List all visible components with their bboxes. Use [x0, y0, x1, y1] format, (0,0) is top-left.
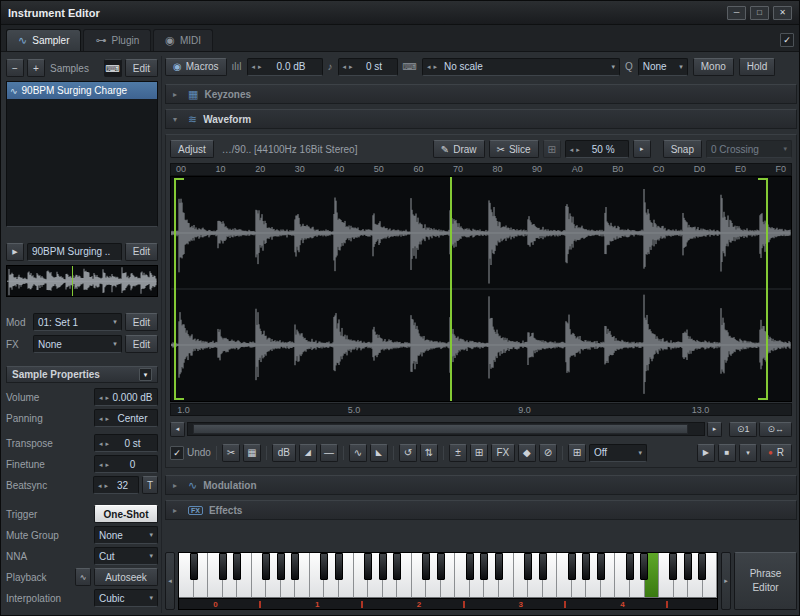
piano-key-black[interactable]: [190, 553, 198, 580]
modulation-section-header[interactable]: ▸ ∿ Modulation: [165, 475, 797, 495]
mono-button[interactable]: Mono: [693, 58, 734, 76]
undo-checkbox[interactable]: ✓: [170, 446, 184, 460]
play-options-dropdown[interactable]: ▾: [739, 444, 757, 462]
close-button[interactable]: ✕: [773, 6, 792, 20]
monitor-button[interactable]: ◆: [518, 444, 536, 462]
sample-preview[interactable]: [6, 265, 158, 298]
autoseek-button[interactable]: Autoseek: [94, 568, 158, 586]
keyzone-view-button[interactable]: ⌨: [104, 59, 122, 77]
fx-edit-button[interactable]: Edit: [125, 335, 158, 353]
piano-key-black[interactable]: [262, 553, 270, 580]
grid-button[interactable]: ⊞: [470, 444, 488, 462]
dc-offset-button[interactable]: —: [320, 444, 338, 462]
trigger-one-shot-button[interactable]: One-Shot: [94, 505, 158, 523]
effects-section-header[interactable]: ▸ FX Effects: [165, 500, 797, 520]
piano-key-black[interactable]: [320, 553, 328, 580]
increment-icon[interactable]: ▸: [258, 63, 262, 70]
piano-key-black[interactable]: [219, 553, 227, 580]
snap-mode-dropdown[interactable]: 0 Crossing ▾: [706, 140, 792, 158]
increment-icon[interactable]: ▸: [106, 394, 110, 401]
waveform-scrollbar[interactable]: [187, 422, 705, 436]
piano-key-black[interactable]: [568, 553, 576, 580]
remove-sample-button[interactable]: −: [6, 59, 24, 77]
decrement-icon[interactable]: ◂: [252, 63, 256, 70]
waveform-display[interactable]: [170, 176, 792, 402]
mute-button[interactable]: ⊘: [539, 444, 557, 462]
adjust-offset-button[interactable]: ±: [449, 444, 467, 462]
fx-chain-dropdown[interactable]: None ▾: [33, 335, 122, 353]
decrement-icon[interactable]: ◂: [570, 146, 574, 153]
piano-key-black[interactable]: [539, 553, 547, 580]
increment-icon[interactable]: ▸: [106, 461, 110, 468]
play-sample-button[interactable]: ▶: [697, 444, 715, 462]
decrement-icon[interactable]: ◂: [98, 482, 102, 489]
piano-key-black[interactable]: [379, 553, 387, 580]
copy-button[interactable]: ▦: [243, 444, 261, 462]
instrument-volume-stepper[interactable]: ◂ ▸ 0.0 dB: [247, 58, 323, 76]
phase-invert-button[interactable]: ∿: [349, 444, 367, 462]
decrement-icon[interactable]: ◂: [99, 440, 103, 447]
keyboard-scroll-left-button[interactable]: ◂: [165, 552, 175, 610]
hex-position-ruler[interactable]: 00 10 20 30 40 50 60 70 80 90 A0 B0 C0 D…: [170, 163, 792, 176]
piano-key-black[interactable]: [626, 553, 634, 580]
piano-key-black[interactable]: [437, 553, 445, 580]
piano-key-black[interactable]: [233, 553, 241, 580]
draw-button[interactable]: ✎ Draw: [433, 140, 485, 158]
decrement-icon[interactable]: ◂: [99, 394, 103, 401]
sample-edit-button[interactable]: Edit: [125, 243, 158, 261]
zoom-one-to-one-button[interactable]: ⊙1: [729, 422, 758, 437]
tab-sampler[interactable]: ∿ Sampler: [6, 29, 81, 51]
piano-key-black[interactable]: [640, 553, 648, 580]
gain-button[interactable]: dB: [272, 444, 296, 462]
increment-icon[interactable]: ▸: [106, 440, 110, 447]
hold-button[interactable]: Hold: [739, 58, 776, 76]
decrement-icon[interactable]: ◂: [99, 461, 103, 468]
swap-channels-button[interactable]: ⇅: [420, 444, 438, 462]
piano-key-black[interactable]: [335, 553, 343, 580]
decrement-icon[interactable]: ◂: [99, 415, 103, 422]
loop-mode-button[interactable]: ⊞: [568, 444, 586, 462]
piano-key-black[interactable]: [684, 553, 692, 580]
selection-start-marker[interactable]: [174, 178, 176, 400]
piano-key-black[interactable]: [422, 553, 430, 580]
piano-key-black[interactable]: [277, 553, 285, 580]
sample-list-item[interactable]: ∿ 90BPM Surging Charge: [7, 82, 157, 99]
piano-key-black[interactable]: [480, 553, 488, 580]
piano-key-black[interactable]: [495, 553, 503, 580]
transpose-stepper[interactable]: ◂ ▸ 0 st: [94, 434, 158, 452]
apply-fx-button[interactable]: FX: [491, 444, 515, 462]
slice-marker-button[interactable]: ⊞: [543, 140, 561, 158]
loop-button[interactable]: ↺: [399, 444, 417, 462]
sample-play-button[interactable]: ▶: [6, 243, 24, 261]
phrase-editor-button[interactable]: Phrase Editor: [734, 552, 797, 610]
piano-key-black[interactable]: [698, 553, 706, 580]
sample-properties-header[interactable]: Sample Properties ▾: [6, 366, 158, 383]
selection-end-marker[interactable]: [766, 178, 768, 400]
mod-set-dropdown[interactable]: 01: Set 1 ▾: [33, 313, 122, 331]
piano-key-black[interactable]: [291, 553, 299, 580]
cut-button[interactable]: ✂: [222, 444, 240, 462]
sample-list[interactable]: ∿ 90BPM Surging Charge: [6, 81, 158, 227]
maximize-button[interactable]: □: [750, 6, 769, 20]
increment-icon[interactable]: ▸: [433, 63, 437, 70]
zoom-fit-button[interactable]: ⊙↔: [759, 422, 792, 437]
beatsync-stepper[interactable]: ◂ ▸ 32: [93, 476, 139, 494]
scroll-left-button[interactable]: ◂: [170, 422, 185, 437]
piano-key-black[interactable]: [466, 553, 474, 580]
interpolation-dropdown[interactable]: Cubic ▾: [94, 589, 158, 607]
volume-stepper[interactable]: ◂ ▸ 0.000 dB: [94, 388, 158, 406]
keyzones-section-header[interactable]: ▸ ▦ Keyzones: [165, 84, 797, 104]
playback-wave-toggle[interactable]: ∿: [75, 568, 91, 586]
adjust-button[interactable]: Adjust: [170, 140, 214, 158]
collapse-properties-button[interactable]: ▾: [139, 368, 152, 381]
finetune-stepper[interactable]: ◂ ▸ 0: [94, 455, 158, 473]
panning-stepper[interactable]: ◂ ▸ Center: [94, 409, 158, 427]
zoom-stepper[interactable]: ◂ ▸ 50 %: [565, 140, 629, 158]
scroll-right-button[interactable]: ▸: [707, 422, 722, 437]
fade-in-button[interactable]: ◢: [299, 444, 317, 462]
fade-out-button[interactable]: ◣: [370, 444, 388, 462]
follow-playback-toggle[interactable]: ▸: [633, 140, 651, 158]
decrement-icon[interactable]: ◂: [427, 63, 431, 70]
scrollbar-thumb[interactable]: [193, 424, 688, 434]
piano-key-black[interactable]: [597, 553, 605, 580]
